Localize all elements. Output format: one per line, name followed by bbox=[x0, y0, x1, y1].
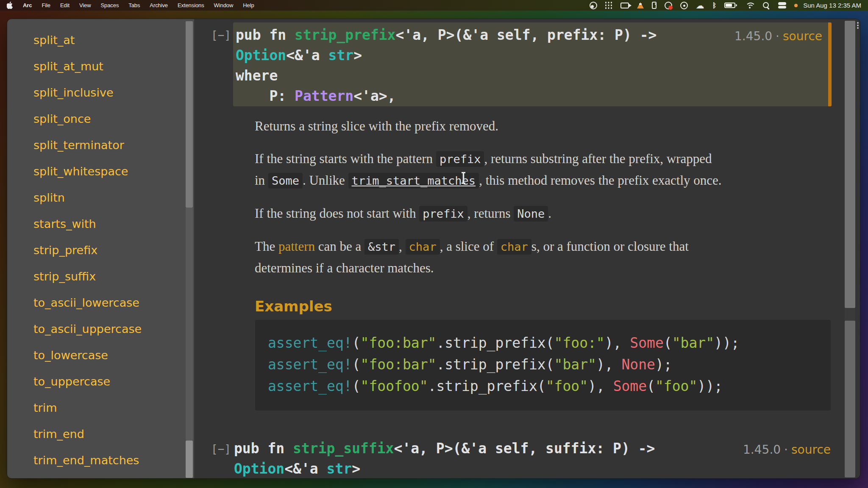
main-scrollbar-gap bbox=[845, 308, 855, 321]
token-plain: )); bbox=[714, 335, 740, 351]
doc-paragraph-behavior: If the string starts with the pattern pr… bbox=[255, 148, 860, 191]
search-icon[interactable] bbox=[762, 2, 770, 9]
token-string: "foofoo" bbox=[361, 378, 428, 394]
token-plain: )); bbox=[697, 378, 723, 394]
collapse-toggle-strip-prefix[interactable]: [−] bbox=[211, 29, 231, 42]
wifi-icon[interactable] bbox=[745, 2, 754, 9]
stable-since-version: 1.45.0 bbox=[734, 29, 772, 43]
token-plain: ( bbox=[352, 335, 361, 351]
menu-item-edit[interactable]: Edit bbox=[60, 2, 70, 8]
apps-grid-icon[interactable] bbox=[605, 2, 612, 9]
sidebar-item-to_ascii_uppercase[interactable]: to_ascii_uppercase bbox=[7, 316, 194, 342]
token-plain: determines if a character matches. bbox=[255, 261, 434, 275]
menu-bar-clock[interactable]: Sun Aug 13 2:35 AM bbox=[803, 2, 861, 9]
token-type[interactable]: str bbox=[327, 460, 352, 477]
main-scrollbar-thumb[interactable] bbox=[845, 21, 855, 308]
sidebar-item-starts_with[interactable]: starts_with bbox=[7, 211, 194, 237]
sidebar-item-trim_end_matches[interactable]: trim_end_matches bbox=[7, 447, 194, 473]
source-link[interactable]: source bbox=[783, 29, 822, 43]
token-codelink[interactable]: char bbox=[497, 239, 531, 255]
menu-item-extensions[interactable]: Extensions bbox=[178, 2, 204, 8]
signature-line: Option<&'a str> bbox=[234, 459, 655, 478]
examples-heading[interactable]: Examples bbox=[255, 296, 860, 317]
token-plain: ), bbox=[605, 335, 630, 351]
sidebar-item-to_lowercase[interactable]: to_lowercase bbox=[7, 342, 194, 368]
sidebar-item-trim[interactable]: trim bbox=[7, 394, 194, 421]
token-fn[interactable]: strip_prefix bbox=[295, 27, 395, 43]
sidebar-item-split_once[interactable]: split_once bbox=[7, 105, 194, 132]
since-source-strip-prefix: 1.45.0·source bbox=[734, 29, 822, 43]
sidebar-item-split_at[interactable]: split_at bbox=[7, 27, 194, 53]
menu-item-window[interactable]: Window bbox=[214, 2, 234, 8]
source-link[interactable]: source bbox=[791, 443, 831, 457]
main-scrollbar-track[interactable] bbox=[845, 321, 855, 477]
token-codeul[interactable]: trim_start_matches bbox=[348, 173, 479, 189]
sidebar-item-split_terminator[interactable]: split_terminator bbox=[7, 132, 194, 158]
menu-item-view[interactable]: View bbox=[79, 2, 91, 8]
sidebar-item-to_ascii_lowercase[interactable]: to_ascii_lowercase bbox=[7, 289, 194, 316]
text-cursor-ibeam bbox=[463, 173, 464, 183]
arc-sidebar-handle-icon[interactable] bbox=[857, 22, 859, 24]
token-code: None bbox=[514, 206, 548, 222]
menu-item-tabs[interactable]: Tabs bbox=[128, 2, 140, 8]
screen-record-icon[interactable] bbox=[665, 2, 672, 9]
token-fn[interactable]: strip_suffix bbox=[293, 440, 394, 457]
menu-item-file[interactable]: File bbox=[42, 2, 50, 8]
signature-line: pub fn strip_suffix<'a, P>(&'a self, suf… bbox=[234, 438, 655, 459]
sidebar-item-split_inclusive[interactable]: split_inclusive bbox=[7, 79, 194, 105]
sidebar-scrollbar-bottom[interactable] bbox=[186, 441, 193, 478]
torch-icon[interactable] bbox=[652, 2, 657, 9]
battery-icon[interactable] bbox=[724, 3, 735, 8]
token-string: "bar" bbox=[672, 335, 714, 351]
token-type[interactable]: Option bbox=[234, 460, 284, 477]
token-code: Some bbox=[268, 173, 303, 189]
token-plain: <&'a bbox=[284, 460, 326, 477]
control-center-icon[interactable] bbox=[778, 2, 786, 8]
token-link[interactable]: pattern bbox=[278, 239, 315, 254]
collapse-toggle-strip-suffix[interactable]: [−] bbox=[211, 443, 231, 455]
sidebar-item-strip_suffix[interactable]: strip_suffix bbox=[7, 263, 194, 289]
obs-icon[interactable] bbox=[590, 2, 597, 9]
privacy-lock-icon[interactable] bbox=[680, 2, 688, 9]
apple-menu-icon[interactable] bbox=[7, 2, 13, 9]
token-plain: ( bbox=[664, 335, 672, 351]
cloud-icon[interactable]: ☁ bbox=[696, 1, 704, 10]
sidebar-item-strip_prefix[interactable]: strip_prefix bbox=[7, 237, 194, 263]
stable-since-version: 1.45.0 bbox=[743, 443, 781, 457]
sidebar-item-to_uppercase[interactable]: to_uppercase bbox=[7, 368, 194, 394]
dot-separator: · bbox=[772, 29, 783, 43]
token-trait[interactable]: Pattern bbox=[295, 88, 353, 104]
sidebar-scrollbar-track[interactable] bbox=[186, 208, 193, 441]
token-plain: s, or a function or closure that bbox=[531, 239, 689, 254]
sidebar-scrollbar-thumb[interactable] bbox=[186, 21, 193, 208]
camera-icon[interactable] bbox=[620, 3, 629, 8]
token-plain: ( bbox=[352, 356, 361, 373]
sidebar-item-split_at_mut[interactable]: split_at_mut bbox=[7, 53, 194, 79]
token-plain: .strip_prefix( bbox=[436, 335, 554, 351]
token-code: &str bbox=[364, 239, 399, 255]
token-codelink[interactable]: char bbox=[406, 239, 440, 255]
token-string: "foo:" bbox=[554, 335, 605, 351]
example-code-block: assert_eq!("foo:bar".strip_prefix("foo:"… bbox=[255, 320, 831, 410]
token-plain: , bbox=[399, 239, 406, 254]
token-type[interactable]: Option bbox=[236, 47, 286, 64]
menu-item-archive[interactable]: Archive bbox=[150, 2, 168, 8]
token-plain: ( bbox=[647, 378, 655, 394]
menu-item-app[interactable]: Arc bbox=[23, 2, 32, 8]
bluetooth-icon[interactable]: ᛒ bbox=[712, 1, 717, 9]
token-plain: > bbox=[353, 47, 362, 64]
token-plain: <'a, P>(&'a self, suffix: P) -> bbox=[394, 440, 655, 457]
code-line-2: assert_eq!("foo:bar".strip_prefix("bar")… bbox=[268, 356, 672, 373]
orange-status-dot bbox=[794, 4, 798, 7]
token-plain: ( bbox=[352, 378, 361, 394]
vlc-cone-icon[interactable] bbox=[637, 2, 644, 8]
token-type[interactable]: str bbox=[328, 47, 354, 64]
sidebar-item-trim_end[interactable]: trim_end bbox=[7, 421, 194, 447]
doc-paragraph-no-match: If the string does not start with prefix… bbox=[255, 203, 860, 225]
sidebar-item-split_whitespace[interactable]: split_whitespace bbox=[7, 158, 194, 184]
menu-item-help[interactable]: Help bbox=[243, 2, 254, 8]
menu-item-spaces[interactable]: Spaces bbox=[101, 2, 119, 8]
sidebar-item-splitn[interactable]: splitn bbox=[7, 184, 194, 211]
token-plain: where bbox=[236, 67, 278, 84]
browser-window: split_at split_at_mut split_inclusive sp… bbox=[7, 19, 860, 479]
